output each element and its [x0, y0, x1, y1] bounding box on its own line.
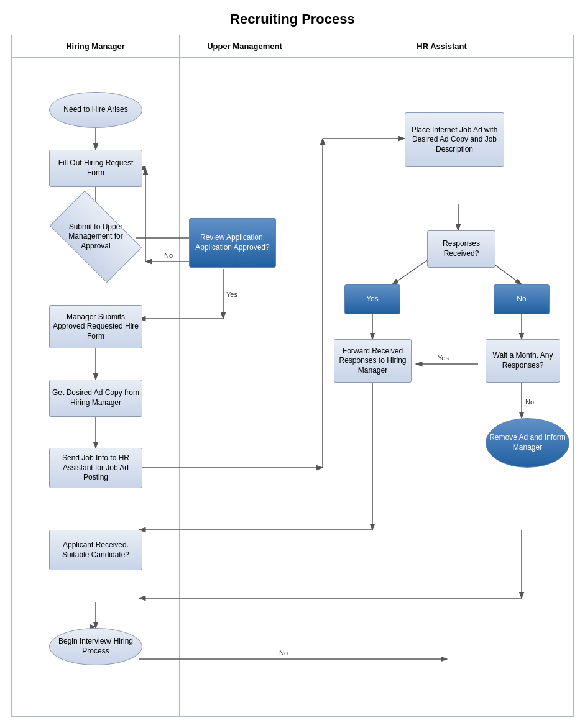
wait-month-node: Wait a Month. Any Responses? — [486, 339, 560, 383]
review-app-node: Review Application. Application Approved… — [189, 218, 276, 268]
no-node: No — [494, 284, 550, 314]
page-title: Recruiting Process — [0, 0, 585, 35]
submit-upper-node: Submit to Upper Management for Approval — [55, 212, 136, 262]
swimlane-headers: Hiring Manager Upper Management HR Assis… — [12, 35, 573, 58]
header-hr-assistant: HR Assistant — [310, 35, 573, 57]
remove-ad-node: Remove Ad and Inform Manager — [486, 418, 569, 468]
send-job-node: Send Job Info to HR Assistant for Job Ad… — [49, 448, 142, 488]
mgr-submits-node: Manager Submits Approved Requested Hire … — [49, 305, 142, 348]
get-ad-node: Get Desired Ad Copy from Hiring Manager — [49, 380, 142, 417]
applicant-recv-node: Applicant Received. Suitable Candidate? — [49, 530, 142, 570]
diagram-container: Hiring Manager Upper Management HR Assis… — [11, 35, 574, 717]
place-ad-node: Place Internet Job Ad with Desired Ad Co… — [405, 112, 504, 167]
fill-form-node: Fill Out Hiring Request Form — [49, 150, 142, 187]
yes-node: Yes — [344, 284, 400, 314]
header-upper-management: Upper Management — [180, 35, 310, 57]
responses-recv-node: Responses Received? — [427, 230, 495, 268]
begin-interview-node: Begin Interview/ Hiring Process — [49, 628, 142, 665]
forward-responses-node: Forward Received Responses to Hiring Man… — [334, 339, 412, 383]
swimlane-body: No Yes — [12, 58, 573, 716]
header-hiring-manager: Hiring Manager — [12, 35, 180, 57]
need-hire-node: Need to Hire Arises — [49, 92, 142, 128]
lane-upper-management — [180, 58, 310, 716]
